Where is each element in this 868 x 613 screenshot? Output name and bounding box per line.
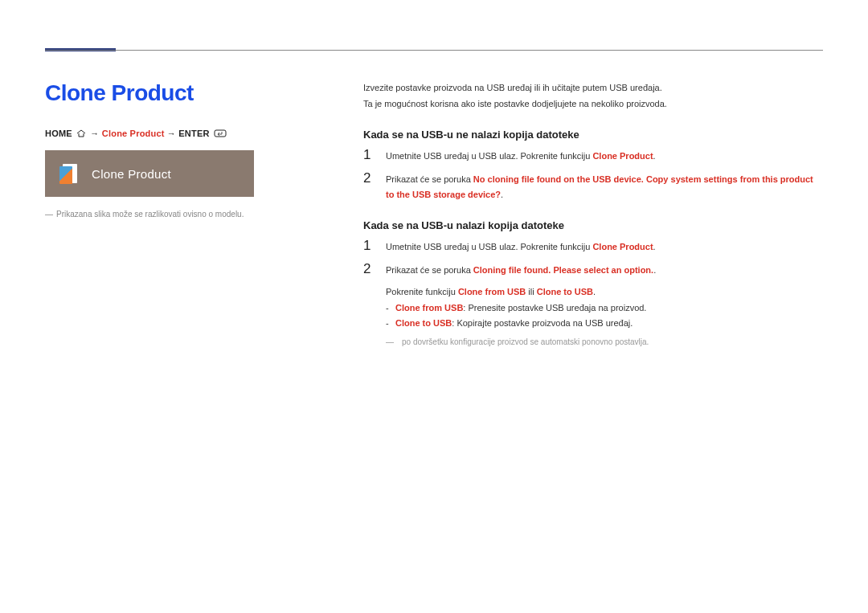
ui-mock-label: Clone Product	[92, 167, 171, 181]
home-icon	[76, 129, 86, 139]
step-number-1: 1	[363, 147, 375, 164]
intro-line-1: Izvezite postavke proizvoda na USB uređa…	[363, 80, 823, 96]
breadcrumb-arrow-1: →	[90, 129, 99, 138]
step-number-2: 2	[363, 170, 375, 202]
section1-step1: 1 Umetnite USB uređaj u USB ulaz. Pokren…	[363, 147, 823, 164]
section1-step2: 2 Prikazat će se poruka No cloning file …	[363, 170, 823, 202]
section2-bullet2: Clone to USB: Kopirajte postavke proizvo…	[386, 316, 823, 332]
enter-icon	[214, 129, 227, 139]
top-horizontal-rule	[45, 50, 823, 51]
breadcrumb-arrow-2: →	[167, 129, 176, 138]
breadcrumb-enter: ENTER	[178, 129, 209, 138]
section1-heading: Kada se na USB-u ne nalazi kopija datote…	[363, 129, 823, 141]
section2-bullet1: Clone from USB: Prenesite postavke USB u…	[386, 300, 823, 317]
ui-mock-tile: Clone Product	[45, 150, 254, 197]
page-title: Clone Product	[45, 80, 278, 106]
section2-heading: Kada se na USB-u nalazi kopija datoteke	[363, 219, 823, 231]
section2-step1-body: Umetnite USB uređaj u USB ulaz. Pokrenit…	[386, 238, 656, 255]
intro-line-2: Ta je mogućnost korisna ako iste postavk…	[363, 96, 823, 112]
svg-rect-0	[215, 130, 226, 137]
section2-step2: 2 Prikazat će se poruka Cloning file fou…	[363, 261, 823, 278]
section2-subline: Pokrenite funkciju Clone from USB ili Cl…	[386, 284, 823, 300]
section1-step2-body: Prikazat će se poruka No cloning file fo…	[386, 170, 823, 202]
section1-step1-body: Umetnite USB uređaj u USB ulaz. Pokrenit…	[386, 147, 656, 164]
intro-text: Izvezite postavke proizvoda na USB uređa…	[363, 80, 823, 111]
section2-step1: 1 Umetnite USB uređaj u USB ulaz. Pokren…	[363, 238, 823, 255]
image-caption: Prikazana slika može se razlikovati ovis…	[45, 210, 278, 219]
breadcrumb: HOME → Clone Product → ENTER	[45, 129, 278, 139]
breadcrumb-home: HOME	[45, 129, 72, 138]
breadcrumb-clone-product: Clone Product	[102, 129, 165, 138]
left-column: Clone Product HOME → Clone Product → ENT…	[45, 80, 278, 219]
step-number-2b: 2	[363, 261, 375, 278]
right-column: Izvezite postavke proizvoda na USB uređa…	[363, 80, 823, 349]
section2-note: po dovršetku konfiguracije proizvod se a…	[386, 335, 823, 349]
section2-step2-body: Prikazat će se poruka Cloning file found…	[386, 261, 656, 278]
clone-product-icon	[59, 161, 80, 186]
step-number-1b: 1	[363, 238, 375, 255]
